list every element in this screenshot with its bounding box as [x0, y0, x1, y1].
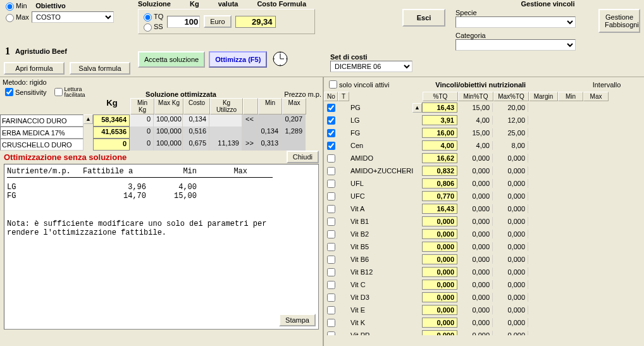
nutrient-name: Vit A [349, 205, 412, 213]
ingredient-name-input[interactable] [0, 139, 84, 151]
apri-formula-button[interactable]: Apri formula [4, 62, 65, 75]
nutrient-value: 0,000 [422, 242, 457, 252]
vincoli-title: Vincoli/obiettivi nutrizionali [389, 81, 572, 89]
obj-max-label: Max [16, 13, 29, 21]
nutrient-check[interactable] [327, 243, 335, 251]
kg-label: Kg [190, 0, 199, 8]
clock-icon [272, 51, 288, 68]
ingredient-indicator [242, 127, 257, 139]
nutrient-check[interactable] [327, 205, 335, 213]
nutrient-row: Vit C0,0000,0000,000 [324, 278, 644, 291]
maxkg-header: Max Kg [154, 98, 183, 114]
nutrient-value: 0,000 [422, 229, 457, 239]
ingredient-pmax: 0,207 [282, 114, 306, 127]
set-di-costi-select[interactable]: DICEMBRE 06 [330, 61, 412, 72]
scroll-up-icon[interactable]: ▲ [412, 103, 422, 113]
nutrient-check[interactable] [327, 142, 335, 150]
nutrient-check[interactable] [327, 129, 335, 137]
nutrient-check[interactable] [327, 104, 335, 112]
esci-button[interactable]: Esci [402, 9, 445, 27]
nutrient-value: 16,62 [422, 153, 457, 163]
nutrient-min: 0,000 [457, 306, 493, 314]
ingredient-max: 100,000 [154, 139, 183, 151]
nutrient-name: UFL [349, 180, 412, 187]
nutrient-value: 0,806 [422, 178, 457, 188]
chiudi-button[interactable]: Chiudi [287, 151, 319, 163]
nutrient-value: 0,000 [422, 254, 457, 264]
nutrient-check[interactable] [327, 306, 335, 314]
obj-min-radio[interactable] [6, 3, 14, 11]
ingredient-pmin: 0,134 [257, 127, 282, 139]
qty-input[interactable] [167, 16, 200, 28]
ottimizza-button[interactable]: Ottimizza (F5) [209, 51, 267, 68]
nutrient-check[interactable] [327, 319, 335, 327]
nutrient-check[interactable] [327, 116, 335, 125]
mono-row: LG3,964,00 [7, 183, 316, 192]
nutrient-name: Cen [349, 142, 412, 149]
solo-vincoli-check[interactable] [329, 80, 337, 89]
no-header[interactable]: No [324, 92, 338, 101]
nutrient-check[interactable] [327, 268, 335, 276]
nutrient-value: 16,00 [422, 128, 457, 138]
minpct-header: Min%TQ [458, 92, 493, 101]
sensitivity-check[interactable] [5, 88, 13, 96]
nutrient-check[interactable] [327, 256, 335, 264]
nutrient-check[interactable] [327, 180, 335, 188]
ingredient-costo: 0,134 [183, 114, 209, 127]
nutrient-max: 0,000 [493, 331, 528, 335]
nutrient-check[interactable] [327, 293, 335, 302]
gestione-vincoli-label: Gestione vincoli [455, 0, 640, 8]
nutrient-check[interactable] [327, 331, 335, 336]
nutrient-check[interactable] [327, 167, 335, 175]
lettura-check[interactable] [54, 88, 63, 96]
ss-radio[interactable] [144, 23, 152, 32]
nutrient-min: 0,000 [457, 331, 493, 335]
obiettivo-select[interactable]: COSTO [32, 11, 114, 23]
scroll-up-icon[interactable]: ▲ [84, 114, 93, 124]
categoria-select[interactable] [455, 39, 576, 51]
nutrient-min: 0,000 [457, 230, 493, 238]
nutrient-row: UFC0,7700,0000,000 [324, 190, 644, 202]
nutrient-check[interactable] [327, 230, 335, 238]
nutrient-check[interactable] [327, 192, 335, 201]
accetta-soluzione-button[interactable]: Accetta soluzione [138, 51, 205, 68]
kg-col-header: Kg [94, 98, 130, 114]
nutrient-name: Vit K [349, 319, 412, 326]
nutrient-row: Vit PP0,0000,0000,000 [324, 329, 644, 335]
nutrient-check[interactable] [327, 218, 335, 226]
maxpct-header: Max%TQ [493, 92, 529, 101]
ingredient-pmax [282, 139, 306, 151]
margin-header: Margin [529, 92, 558, 101]
nutrient-row: Vit B50,0000,0000,000 [324, 240, 644, 253]
nutrient-row: Vit B10,0000,0000,000 [324, 215, 644, 228]
nutrient-name: Vit B5 [349, 243, 412, 250]
nutrient-name: AMIDO [349, 154, 412, 162]
specie-select[interactable] [455, 16, 576, 28]
salva-formula-button[interactable]: Salva formula [70, 62, 130, 75]
mono-nut-hdr: Nutriente/m.p. [7, 167, 83, 176]
obj-max-radio[interactable] [6, 14, 14, 22]
stampa-button[interactable]: Stampa [279, 314, 316, 326]
ingredient-name-input[interactable] [0, 127, 84, 139]
prezzo-mp-label: Prezzo m.p. [266, 90, 321, 98]
ingredient-row: ▲58,34640100,0000,134<<0,207 [0, 114, 323, 127]
nutrient-row: Vit B60,0000,0000,000 [324, 253, 644, 266]
currency-button[interactable]: Euro [204, 15, 231, 28]
ingredient-name-input[interactable] [0, 114, 84, 127]
ingredient-pmin [257, 114, 282, 127]
nutrient-value: 0,000 [422, 318, 457, 328]
t-header[interactable]: T [338, 92, 349, 101]
nutrient-value: 0,832 [422, 166, 457, 176]
ingredient-util [209, 114, 242, 127]
nutrient-row: Cen4,004,008,00 [324, 139, 644, 152]
nutrient-max: 0,000 [493, 230, 528, 238]
nutrient-check[interactable] [327, 281, 335, 289]
nutrient-check[interactable] [327, 154, 335, 163]
nutrient-max: 0,000 [493, 255, 528, 264]
tq-radio[interactable] [144, 13, 152, 22]
metodo-label: Metodo: rigido [3, 78, 96, 86]
gestione-fabbisogni-button[interactable]: Gestione Fabbisogni [598, 9, 640, 33]
ingredient-min: 0 [130, 127, 154, 139]
ingredient-indicator: << [242, 114, 257, 127]
nutrient-min: 0,000 [457, 318, 493, 327]
